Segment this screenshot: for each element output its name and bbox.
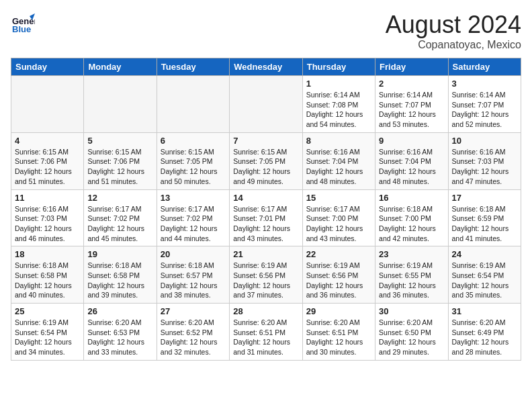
weekday-header-row: SundayMondayTuesdayWednesdayThursdayFrid… — [11, 58, 521, 76]
day-number: 28 — [233, 306, 298, 316]
day-info: Sunrise: 6:18 AM Sunset: 6:58 PM Dayligh… — [15, 261, 80, 300]
day-info: Sunrise: 6:20 AM Sunset: 6:52 PM Dayligh… — [161, 318, 226, 357]
calendar-cell: 21Sunrise: 6:19 AM Sunset: 6:56 PM Dayli… — [230, 246, 302, 304]
calendar-cell: 6Sunrise: 6:15 AM Sunset: 7:05 PM Daylig… — [157, 132, 229, 189]
week-row-3: 11Sunrise: 6:16 AM Sunset: 7:03 PM Dayli… — [11, 189, 521, 246]
day-number: 10 — [452, 136, 517, 146]
week-row-1: 1Sunrise: 6:14 AM Sunset: 7:08 PM Daylig… — [11, 76, 521, 133]
day-info: Sunrise: 6:17 AM Sunset: 7:00 PM Dayligh… — [306, 204, 371, 244]
calendar-table: SundayMondayTuesdayWednesdayThursdayFrid… — [11, 58, 521, 361]
day-number: 5 — [87, 136, 152, 146]
day-number: 1 — [306, 79, 371, 89]
day-number: 20 — [161, 249, 226, 259]
calendar-cell: 10Sunrise: 6:16 AM Sunset: 7:03 PM Dayli… — [448, 132, 521, 189]
day-info: Sunrise: 6:17 AM Sunset: 7:02 PM Dayligh… — [87, 204, 152, 244]
day-info: Sunrise: 6:19 AM Sunset: 6:56 PM Dayligh… — [233, 261, 298, 300]
day-number: 15 — [306, 193, 371, 203]
calendar-cell: 25Sunrise: 6:19 AM Sunset: 6:54 PM Dayli… — [11, 304, 84, 361]
day-info: Sunrise: 6:20 AM Sunset: 6:53 PM Dayligh… — [87, 318, 152, 357]
day-number: 11 — [15, 193, 80, 203]
weekday-friday: Friday — [375, 58, 448, 76]
calendar-cell: 7Sunrise: 6:15 AM Sunset: 7:05 PM Daylig… — [230, 132, 302, 189]
calendar-cell — [11, 76, 84, 133]
day-number: 6 — [161, 136, 226, 146]
day-info: Sunrise: 6:15 AM Sunset: 7:06 PM Dayligh… — [87, 147, 152, 187]
calendar-cell: 16Sunrise: 6:18 AM Sunset: 7:00 PM Dayli… — [375, 189, 448, 246]
calendar-cell — [157, 76, 229, 133]
day-info: Sunrise: 6:16 AM Sunset: 7:03 PM Dayligh… — [452, 147, 517, 187]
day-info: Sunrise: 6:15 AM Sunset: 7:05 PM Dayligh… — [233, 147, 298, 187]
weekday-thursday: Thursday — [302, 58, 375, 76]
calendar-cell: 17Sunrise: 6:18 AM Sunset: 6:59 PM Dayli… — [448, 189, 521, 246]
day-info: Sunrise: 6:19 AM Sunset: 6:56 PM Dayligh… — [306, 261, 371, 300]
day-info: Sunrise: 6:18 AM Sunset: 7:00 PM Dayligh… — [379, 204, 444, 244]
page-header: General Blue August 2024 Copanatoyac, Me… — [11, 11, 521, 51]
calendar-cell: 2Sunrise: 6:14 AM Sunset: 7:07 PM Daylig… — [375, 76, 448, 133]
day-info: Sunrise: 6:14 AM Sunset: 7:07 PM Dayligh… — [379, 90, 444, 130]
day-number: 23 — [379, 249, 444, 259]
calendar-cell: 20Sunrise: 6:18 AM Sunset: 6:57 PM Dayli… — [157, 246, 229, 304]
calendar-cell: 12Sunrise: 6:17 AM Sunset: 7:02 PM Dayli… — [84, 189, 157, 246]
week-row-2: 4Sunrise: 6:15 AM Sunset: 7:06 PM Daylig… — [11, 132, 521, 189]
day-info: Sunrise: 6:18 AM Sunset: 6:57 PM Dayligh… — [161, 261, 226, 300]
weekday-sunday: Sunday — [11, 58, 84, 76]
weekday-monday: Monday — [84, 58, 157, 76]
day-number: 7 — [233, 136, 298, 146]
day-info: Sunrise: 6:16 AM Sunset: 7:04 PM Dayligh… — [306, 147, 371, 187]
day-number: 31 — [452, 306, 517, 316]
weekday-wednesday: Wednesday — [230, 58, 302, 76]
day-number: 8 — [306, 136, 371, 146]
day-number: 25 — [15, 306, 80, 316]
calendar-cell: 9Sunrise: 6:16 AM Sunset: 7:04 PM Daylig… — [375, 132, 448, 189]
calendar-cell: 5Sunrise: 6:15 AM Sunset: 7:06 PM Daylig… — [84, 132, 157, 189]
day-info: Sunrise: 6:16 AM Sunset: 7:03 PM Dayligh… — [15, 204, 80, 244]
day-number: 19 — [87, 249, 152, 259]
calendar-cell: 1Sunrise: 6:14 AM Sunset: 7:08 PM Daylig… — [302, 76, 375, 133]
calendar-cell: 3Sunrise: 6:14 AM Sunset: 7:07 PM Daylig… — [448, 76, 521, 133]
calendar-cell: 28Sunrise: 6:20 AM Sunset: 6:51 PM Dayli… — [230, 304, 302, 361]
calendar-cell: 18Sunrise: 6:18 AM Sunset: 6:58 PM Dayli… — [11, 246, 84, 304]
day-number: 26 — [87, 306, 152, 316]
calendar-cell: 19Sunrise: 6:18 AM Sunset: 6:58 PM Dayli… — [84, 246, 157, 304]
day-info: Sunrise: 6:20 AM Sunset: 6:50 PM Dayligh… — [379, 318, 444, 357]
day-number: 3 — [452, 79, 517, 89]
day-info: Sunrise: 6:20 AM Sunset: 6:51 PM Dayligh… — [306, 318, 371, 357]
day-number: 16 — [379, 193, 444, 203]
calendar-cell: 4Sunrise: 6:15 AM Sunset: 7:06 PM Daylig… — [11, 132, 84, 189]
day-number: 17 — [452, 193, 517, 203]
day-info: Sunrise: 6:20 AM Sunset: 6:49 PM Dayligh… — [452, 318, 517, 357]
day-number: 14 — [233, 193, 298, 203]
svg-text:Blue: Blue — [12, 24, 31, 34]
day-info: Sunrise: 6:17 AM Sunset: 7:01 PM Dayligh… — [233, 204, 298, 244]
day-number: 21 — [233, 249, 298, 259]
day-info: Sunrise: 6:17 AM Sunset: 7:02 PM Dayligh… — [161, 204, 226, 244]
calendar-cell: 14Sunrise: 6:17 AM Sunset: 7:01 PM Dayli… — [230, 189, 302, 246]
day-number: 22 — [306, 249, 371, 259]
week-row-4: 18Sunrise: 6:18 AM Sunset: 6:58 PM Dayli… — [11, 246, 521, 304]
day-info: Sunrise: 6:19 AM Sunset: 6:54 PM Dayligh… — [15, 318, 80, 357]
day-number: 12 — [87, 193, 152, 203]
day-number: 29 — [306, 306, 371, 316]
calendar-cell: 24Sunrise: 6:19 AM Sunset: 6:54 PM Dayli… — [448, 246, 521, 304]
day-info: Sunrise: 6:14 AM Sunset: 7:08 PM Dayligh… — [306, 90, 371, 130]
day-number: 4 — [15, 136, 80, 146]
calendar-cell: 31Sunrise: 6:20 AM Sunset: 6:49 PM Dayli… — [448, 304, 521, 361]
day-number: 30 — [379, 306, 444, 316]
calendar-cell: 30Sunrise: 6:20 AM Sunset: 6:50 PM Dayli… — [375, 304, 448, 361]
day-number: 27 — [161, 306, 226, 316]
day-info: Sunrise: 6:18 AM Sunset: 6:59 PM Dayligh… — [452, 204, 517, 244]
day-info: Sunrise: 6:20 AM Sunset: 6:51 PM Dayligh… — [233, 318, 298, 357]
day-number: 9 — [379, 136, 444, 146]
day-info: Sunrise: 6:15 AM Sunset: 7:05 PM Dayligh… — [161, 147, 226, 187]
weekday-tuesday: Tuesday — [157, 58, 229, 76]
day-info: Sunrise: 6:16 AM Sunset: 7:04 PM Dayligh… — [379, 147, 444, 187]
day-info: Sunrise: 6:14 AM Sunset: 7:07 PM Dayligh… — [452, 90, 517, 130]
day-info: Sunrise: 6:19 AM Sunset: 6:54 PM Dayligh… — [452, 261, 517, 300]
day-number: 2 — [379, 79, 444, 89]
calendar-cell: 22Sunrise: 6:19 AM Sunset: 6:56 PM Dayli… — [302, 246, 375, 304]
calendar-cell: 15Sunrise: 6:17 AM Sunset: 7:00 PM Dayli… — [302, 189, 375, 246]
logo: General Blue — [11, 11, 38, 35]
calendar-body: 1Sunrise: 6:14 AM Sunset: 7:08 PM Daylig… — [11, 76, 521, 361]
week-row-5: 25Sunrise: 6:19 AM Sunset: 6:54 PM Dayli… — [11, 304, 521, 361]
day-info: Sunrise: 6:19 AM Sunset: 6:55 PM Dayligh… — [379, 261, 444, 300]
